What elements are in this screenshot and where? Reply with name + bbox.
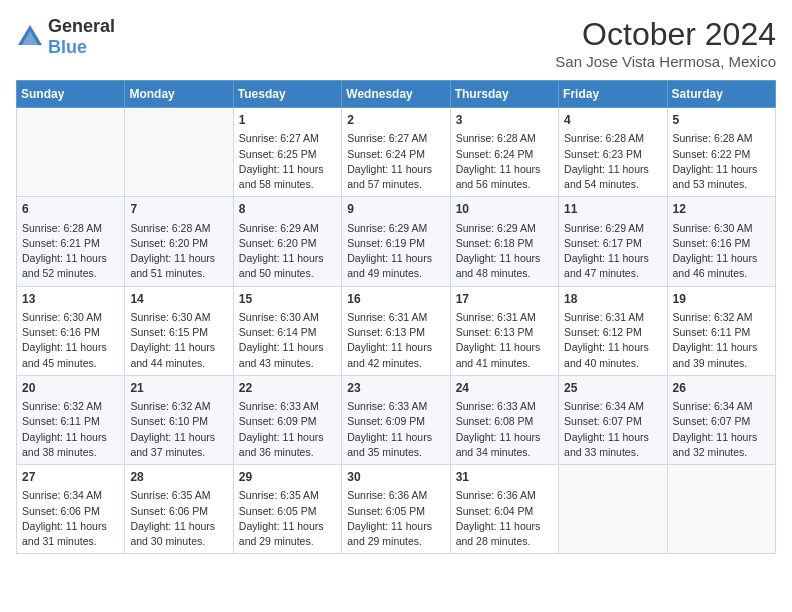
sunset-text: Sunset: 6:16 PM <box>673 237 751 249</box>
calendar-day-header: Thursday <box>450 81 558 108</box>
calendar-cell: 7Sunrise: 6:28 AMSunset: 6:20 PMDaylight… <box>125 197 233 286</box>
calendar-cell: 1Sunrise: 6:27 AMSunset: 6:25 PMDaylight… <box>233 108 341 197</box>
sunset-text: Sunset: 6:20 PM <box>239 237 317 249</box>
sunrise-text: Sunrise: 6:28 AM <box>564 132 644 144</box>
calendar-cell: 23Sunrise: 6:33 AMSunset: 6:09 PMDayligh… <box>342 375 450 464</box>
sunset-text: Sunset: 6:24 PM <box>347 148 425 160</box>
calendar-cell: 10Sunrise: 6:29 AMSunset: 6:18 PMDayligh… <box>450 197 558 286</box>
calendar-cell: 11Sunrise: 6:29 AMSunset: 6:17 PMDayligh… <box>559 197 667 286</box>
daylight-text: Daylight: 11 hours and 34 minutes. <box>456 431 541 458</box>
calendar-cell: 30Sunrise: 6:36 AMSunset: 6:05 PMDayligh… <box>342 465 450 554</box>
sunset-text: Sunset: 6:06 PM <box>130 505 208 517</box>
daylight-text: Daylight: 11 hours and 45 minutes. <box>22 341 107 368</box>
calendar-cell: 18Sunrise: 6:31 AMSunset: 6:12 PMDayligh… <box>559 286 667 375</box>
sunset-text: Sunset: 6:05 PM <box>347 505 425 517</box>
day-number: 1 <box>239 112 336 129</box>
sunset-text: Sunset: 6:13 PM <box>347 326 425 338</box>
sunset-text: Sunset: 6:16 PM <box>22 326 100 338</box>
sunset-text: Sunset: 6:11 PM <box>22 415 100 427</box>
sunset-text: Sunset: 6:21 PM <box>22 237 100 249</box>
day-number: 10 <box>456 201 553 218</box>
daylight-text: Daylight: 11 hours and 38 minutes. <box>22 431 107 458</box>
sunrise-text: Sunrise: 6:34 AM <box>564 400 644 412</box>
day-number: 30 <box>347 469 444 486</box>
calendar-cell: 26Sunrise: 6:34 AMSunset: 6:07 PMDayligh… <box>667 375 775 464</box>
sunrise-text: Sunrise: 6:32 AM <box>130 400 210 412</box>
day-number: 5 <box>673 112 770 129</box>
day-number: 22 <box>239 380 336 397</box>
calendar-header: SundayMondayTuesdayWednesdayThursdayFrid… <box>17 81 776 108</box>
daylight-text: Daylight: 11 hours and 48 minutes. <box>456 252 541 279</box>
daylight-text: Daylight: 11 hours and 47 minutes. <box>564 252 649 279</box>
day-number: 13 <box>22 291 119 308</box>
calendar-cell: 6Sunrise: 6:28 AMSunset: 6:21 PMDaylight… <box>17 197 125 286</box>
day-number: 27 <box>22 469 119 486</box>
sunrise-text: Sunrise: 6:30 AM <box>22 311 102 323</box>
daylight-text: Daylight: 11 hours and 46 minutes. <box>673 252 758 279</box>
title-block: October 2024 San Jose Vista Hermosa, Mex… <box>555 16 776 70</box>
calendar-day-header: Friday <box>559 81 667 108</box>
sunrise-text: Sunrise: 6:30 AM <box>673 222 753 234</box>
sunset-text: Sunset: 6:11 PM <box>673 326 751 338</box>
daylight-text: Daylight: 11 hours and 35 minutes. <box>347 431 432 458</box>
calendar-cell: 4Sunrise: 6:28 AMSunset: 6:23 PMDaylight… <box>559 108 667 197</box>
calendar-cell: 24Sunrise: 6:33 AMSunset: 6:08 PMDayligh… <box>450 375 558 464</box>
logo-blue: Blue <box>48 37 87 57</box>
day-number: 8 <box>239 201 336 218</box>
calendar-cell: 22Sunrise: 6:33 AMSunset: 6:09 PMDayligh… <box>233 375 341 464</box>
sunset-text: Sunset: 6:12 PM <box>564 326 642 338</box>
daylight-text: Daylight: 11 hours and 32 minutes. <box>673 431 758 458</box>
day-number: 12 <box>673 201 770 218</box>
sunrise-text: Sunrise: 6:31 AM <box>347 311 427 323</box>
daylight-text: Daylight: 11 hours and 28 minutes. <box>456 520 541 547</box>
sunrise-text: Sunrise: 6:28 AM <box>456 132 536 144</box>
daylight-text: Daylight: 11 hours and 31 minutes. <box>22 520 107 547</box>
daylight-text: Daylight: 11 hours and 40 minutes. <box>564 341 649 368</box>
page-header: General Blue October 2024 San Jose Vista… <box>16 16 776 70</box>
calendar-table: SundayMondayTuesdayWednesdayThursdayFrid… <box>16 80 776 554</box>
sunset-text: Sunset: 6:09 PM <box>239 415 317 427</box>
sunset-text: Sunset: 6:05 PM <box>239 505 317 517</box>
calendar-cell: 16Sunrise: 6:31 AMSunset: 6:13 PMDayligh… <box>342 286 450 375</box>
calendar-cell: 25Sunrise: 6:34 AMSunset: 6:07 PMDayligh… <box>559 375 667 464</box>
logo-icon <box>16 23 44 51</box>
sunrise-text: Sunrise: 6:31 AM <box>564 311 644 323</box>
sunrise-text: Sunrise: 6:29 AM <box>347 222 427 234</box>
daylight-text: Daylight: 11 hours and 43 minutes. <box>239 341 324 368</box>
daylight-text: Daylight: 11 hours and 33 minutes. <box>564 431 649 458</box>
daylight-text: Daylight: 11 hours and 56 minutes. <box>456 163 541 190</box>
sunset-text: Sunset: 6:04 PM <box>456 505 534 517</box>
sunset-text: Sunset: 6:09 PM <box>347 415 425 427</box>
calendar-cell: 27Sunrise: 6:34 AMSunset: 6:06 PMDayligh… <box>17 465 125 554</box>
daylight-text: Daylight: 11 hours and 44 minutes. <box>130 341 215 368</box>
day-number: 7 <box>130 201 227 218</box>
day-number: 6 <box>22 201 119 218</box>
day-number: 9 <box>347 201 444 218</box>
calendar-cell: 17Sunrise: 6:31 AMSunset: 6:13 PMDayligh… <box>450 286 558 375</box>
calendar-day-header: Tuesday <box>233 81 341 108</box>
daylight-text: Daylight: 11 hours and 30 minutes. <box>130 520 215 547</box>
calendar-cell <box>559 465 667 554</box>
day-number: 20 <box>22 380 119 397</box>
sunset-text: Sunset: 6:23 PM <box>564 148 642 160</box>
month-title: October 2024 <box>555 16 776 53</box>
calendar-week-row: 20Sunrise: 6:32 AMSunset: 6:11 PMDayligh… <box>17 375 776 464</box>
sunrise-text: Sunrise: 6:30 AM <box>130 311 210 323</box>
daylight-text: Daylight: 11 hours and 58 minutes. <box>239 163 324 190</box>
sunrise-text: Sunrise: 6:30 AM <box>239 311 319 323</box>
day-number: 18 <box>564 291 661 308</box>
calendar-day-header: Wednesday <box>342 81 450 108</box>
calendar-cell: 14Sunrise: 6:30 AMSunset: 6:15 PMDayligh… <box>125 286 233 375</box>
calendar-cell: 31Sunrise: 6:36 AMSunset: 6:04 PMDayligh… <box>450 465 558 554</box>
calendar-cell: 21Sunrise: 6:32 AMSunset: 6:10 PMDayligh… <box>125 375 233 464</box>
day-number: 24 <box>456 380 553 397</box>
sunrise-text: Sunrise: 6:28 AM <box>673 132 753 144</box>
day-number: 26 <box>673 380 770 397</box>
calendar-week-row: 13Sunrise: 6:30 AMSunset: 6:16 PMDayligh… <box>17 286 776 375</box>
daylight-text: Daylight: 11 hours and 49 minutes. <box>347 252 432 279</box>
calendar-cell: 9Sunrise: 6:29 AMSunset: 6:19 PMDaylight… <box>342 197 450 286</box>
sunrise-text: Sunrise: 6:36 AM <box>456 489 536 501</box>
calendar-cell: 19Sunrise: 6:32 AMSunset: 6:11 PMDayligh… <box>667 286 775 375</box>
calendar-cell: 20Sunrise: 6:32 AMSunset: 6:11 PMDayligh… <box>17 375 125 464</box>
sunrise-text: Sunrise: 6:34 AM <box>673 400 753 412</box>
